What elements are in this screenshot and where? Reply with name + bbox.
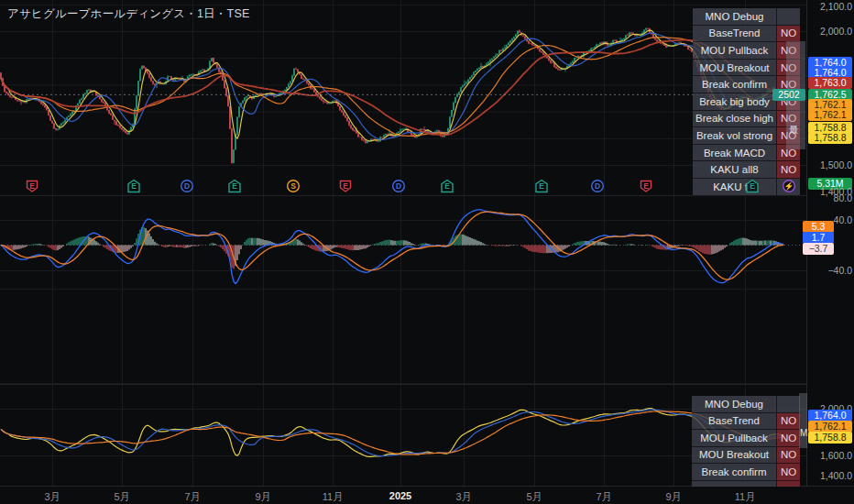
svg-text:E: E xyxy=(539,181,544,191)
event-marker-circle: D xyxy=(590,179,605,193)
table-row: Break MACDNO xyxy=(693,145,800,162)
event-marker-circle: D xyxy=(391,179,406,193)
table-row-label xyxy=(692,481,777,488)
scale-label: 2,000.0 xyxy=(808,26,852,38)
x-axis-label: 2025 xyxy=(389,490,411,501)
x-axis-label: 3月 xyxy=(44,490,60,504)
price-badge: −3.7 xyxy=(803,243,834,255)
event-marker-shield: E xyxy=(338,179,353,193)
scale-label: 1,600.0 xyxy=(808,450,852,462)
scale-text-fragment: M xyxy=(800,428,807,438)
table-row-partial xyxy=(692,481,800,488)
table-row: Break close highNO xyxy=(693,111,800,128)
svg-text:D: D xyxy=(396,181,401,191)
table-row-label: Break vol strong xyxy=(693,127,777,145)
table-row-label: MOU Breakout xyxy=(693,60,777,77)
table-row-label: Break big body xyxy=(693,93,777,111)
ticker-code-badge: 2502 xyxy=(772,89,805,101)
scale-text-fragment: 最 xyxy=(789,124,798,137)
svg-text:D: D xyxy=(184,181,190,191)
table-row-label: MOU Pullback xyxy=(692,430,777,447)
svg-text:⚡: ⚡ xyxy=(784,181,794,192)
x-axis-label: 7月 xyxy=(596,490,611,504)
symbol-title[interactable]: アサヒグループホールディングス・1日・TSE xyxy=(7,6,249,22)
table-row-label: Break close high xyxy=(693,111,777,128)
table-row-label: KAKU all8 xyxy=(693,161,777,179)
table-row: MOU PullbackNO xyxy=(692,430,800,447)
x-axis-label: 11月 xyxy=(323,490,343,504)
x-axis-label: 5月 xyxy=(114,490,129,504)
x-axis-label: 11月 xyxy=(735,490,755,504)
table-row-label: BaseTrend xyxy=(693,26,777,43)
x-axis-label: 9月 xyxy=(665,490,681,504)
table-row-label: MNO Debug xyxy=(692,396,777,413)
table-row-value xyxy=(777,481,800,488)
svg-text:E: E xyxy=(343,181,348,191)
event-marker-house: E xyxy=(227,179,242,193)
event-marker-shield: E xyxy=(639,179,653,193)
table-row-value: NO xyxy=(777,430,800,447)
table-row-label: Break confirm xyxy=(693,76,777,93)
event-marker-house: E xyxy=(745,179,760,193)
table-row: KAKU all8NO xyxy=(693,161,800,179)
table-row: BaseTrendNO xyxy=(692,413,800,431)
price-badge: 1,763.0 xyxy=(808,77,852,89)
table-row: MOU BreakoutNO xyxy=(692,447,800,465)
svg-text:E: E xyxy=(131,181,137,191)
event-marker-house: E xyxy=(534,179,549,193)
price-badge: 1,758.8 xyxy=(808,432,852,444)
table-row-value: NO xyxy=(777,447,800,465)
table-row: MOU PullbackNO xyxy=(693,42,800,60)
price-badge: 1,758.8 xyxy=(808,132,852,144)
x-axis-label: 9月 xyxy=(255,490,270,504)
table-row-label: MNO Debug xyxy=(693,8,777,26)
table-row: MNO Debug xyxy=(693,8,800,26)
table-row: BaseTrendNO xyxy=(693,26,800,43)
table-row-label: KAKU fin xyxy=(693,179,777,196)
table-row-label: Break confirm xyxy=(692,464,777,481)
svg-text:E: E xyxy=(750,181,755,191)
table-row: Break confirmNO xyxy=(692,464,800,481)
table-row: MOU BreakoutNO xyxy=(693,60,800,77)
event-marker-circle: D xyxy=(180,179,194,193)
table-row: MNO Debug xyxy=(692,396,800,413)
svg-text:E: E xyxy=(29,181,35,191)
scale-label: −40.0 xyxy=(808,265,852,277)
table-row-label: Break MACD xyxy=(693,145,777,162)
event-marker-house: E xyxy=(440,179,454,193)
svg-text:D: D xyxy=(595,181,600,191)
table-row: Break vol strongNO xyxy=(693,127,800,145)
x-axis-label: 3月 xyxy=(455,490,471,504)
trading-chart-window: アサヒグループホールディングス・1日・TSE EEDESEDEEDEE⚡ 2,1… xyxy=(0,0,854,504)
scale-label: 2,100.0 xyxy=(808,1,852,13)
svg-text:S: S xyxy=(290,181,296,191)
scale-label: 1,500.0 xyxy=(808,159,852,171)
table-row-value: NO xyxy=(777,464,800,481)
table-row-value xyxy=(777,8,800,26)
svg-text:E: E xyxy=(444,181,450,191)
event-marker-circle: S xyxy=(286,179,301,193)
table-row-label: MOU Pullback xyxy=(693,42,777,60)
value-panel-strip xyxy=(799,393,807,448)
table-row-value: NO xyxy=(777,413,800,431)
table-row-value: NO xyxy=(777,161,800,179)
event-marker-house: E xyxy=(126,179,141,193)
indicator-status-table-bottom: MNO DebugBaseTrendNOMOU PullbackNOMOU Br… xyxy=(692,396,800,487)
svg-text:E: E xyxy=(643,181,649,191)
table-row-value: NO xyxy=(777,26,800,43)
table-row-label: BaseTrend xyxy=(692,413,777,431)
table-row-label: MOU Breakout xyxy=(692,447,777,465)
scale-label: 1,400.0 xyxy=(808,470,852,482)
event-marker-shield: E xyxy=(25,179,39,193)
scale-label: 80.0 xyxy=(808,192,852,204)
indicator-status-table-top: MNO DebugBaseTrendNOMOU PullbackNOMOU Br… xyxy=(693,8,800,196)
x-axis-label: 7月 xyxy=(184,490,200,504)
svg-text:E: E xyxy=(232,181,237,191)
price-badge: 1,762.1 xyxy=(808,109,852,121)
x-axis-label: 5月 xyxy=(526,490,542,504)
lightning-marker-circle: ⚡ xyxy=(782,179,796,193)
table-row-value xyxy=(777,396,800,413)
